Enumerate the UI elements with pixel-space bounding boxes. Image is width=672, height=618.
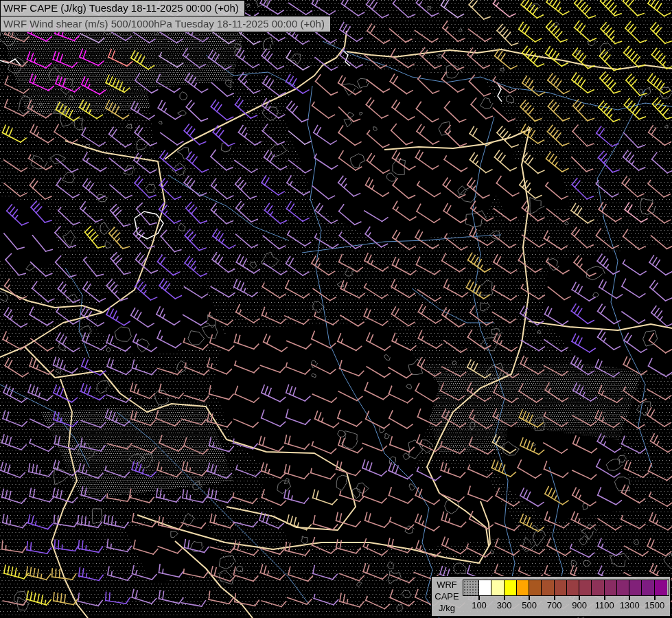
legend-tick	[554, 595, 555, 600]
legend-color-cell	[529, 580, 542, 595]
legend-color-cell	[567, 580, 579, 595]
legend-color-cell	[605, 580, 617, 595]
legend-color-cell	[542, 580, 554, 595]
legend-label-variable: CAPE	[432, 591, 462, 602]
weather-map-stage: WRF CAPE (J/kg) Tuesday 18-11-2025 00:00…	[0, 0, 672, 618]
legend-color-cell	[479, 580, 491, 595]
legend-tick-label: 1300	[620, 600, 640, 610]
cape-legend: WRF CAPE J/kg 10030050070090011001300150…	[431, 576, 671, 617]
legend-color-cell	[491, 580, 504, 595]
legend-tick	[654, 595, 656, 600]
legend-color-cell	[617, 580, 629, 595]
legend-tick	[579, 595, 580, 600]
legend-tick	[604, 595, 605, 600]
cape-colorbar-ticks	[463, 595, 668, 600]
legend-tick	[629, 595, 630, 600]
map-title-line2: WRF Wind shear (m/s) 500/1000hPa Tuesday…	[0, 16, 331, 32]
legend-label-model: WRF	[432, 579, 462, 591]
legend-color-cell	[505, 580, 517, 595]
legend-tick	[529, 595, 530, 600]
cape-colorbar	[463, 580, 669, 596]
map-title-overlay: WRF CAPE (J/kg) Tuesday 18-11-2025 00:00…	[0, 0, 331, 32]
cape-legend-body: 100300500700900110013001500	[462, 577, 670, 616]
legend-color-cell	[579, 580, 592, 595]
cape-colorbar-tick-labels: 100300500700900110013001500	[463, 600, 672, 611]
legend-tick-label: 900	[572, 600, 587, 610]
cape-legend-labels: WRF CAPE J/kg	[432, 577, 462, 616]
legend-color-cell	[629, 580, 642, 595]
legend-tick-label: 100	[472, 600, 487, 610]
legend-tick-label: 1100	[595, 600, 614, 610]
weather-map-canvas	[0, 0, 672, 618]
legend-color-cell	[592, 580, 604, 595]
legend-tick	[478, 595, 480, 600]
legend-label-unit: J/kg	[432, 602, 462, 614]
map-title-line1: WRF CAPE (J/kg) Tuesday 18-11-2025 00:00…	[0, 0, 245, 16]
legend-tick-label: 300	[497, 600, 512, 610]
legend-tick-label: 500	[522, 600, 537, 610]
legend-tick	[504, 595, 505, 600]
legend-color-cell	[555, 580, 567, 595]
legend-color-cell	[655, 580, 667, 595]
legend-color-cell	[517, 580, 529, 595]
legend-tick-label: 1500	[645, 600, 664, 610]
legend-tick-label: 700	[547, 600, 562, 610]
legend-color-cell	[642, 580, 654, 595]
legend-color-cell	[463, 580, 479, 595]
